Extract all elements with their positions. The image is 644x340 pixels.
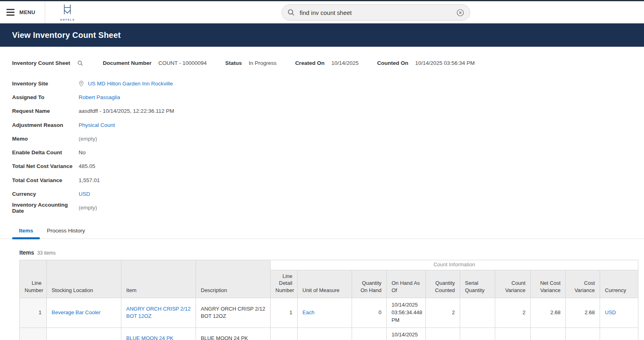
detail-value-link[interactable]: US MD Hilton Garden Inn Rockville: [88, 81, 173, 87]
detail-label: Total Net Cost Variance: [12, 163, 79, 169]
column-header[interactable]: On Hand As Of: [387, 270, 426, 298]
table-cell-link[interactable]: ANGRY ORCH CRISP 2/12 BOT 12OZ: [126, 306, 191, 319]
detail-label: Total Cost Variance: [12, 177, 79, 183]
summary-field-value: COUNT - 10000094: [158, 60, 207, 66]
summary-field-value: In Progress: [249, 60, 277, 66]
detail-label: Request Name: [12, 108, 79, 114]
table-cell-link[interactable]: BLUE MOON 24 PK BOTTLES: [126, 335, 173, 340]
column-header[interactable]: Count Variance: [495, 270, 531, 298]
global-search-bar[interactable]: [281, 4, 470, 21]
summary-field-label: Status: [225, 60, 242, 66]
column-header[interactable]: Quantity On Hand: [352, 270, 387, 298]
detail-value-text: 485.05: [79, 163, 95, 169]
summary-fields: Document NumberCOUNT - 10000094StatusIn …: [103, 60, 493, 66]
column-header[interactable]: Item: [121, 260, 196, 298]
detail-value-text: 1,557.01: [79, 177, 100, 183]
column-header[interactable]: Line Number: [20, 260, 47, 298]
detail-row: Inventory Site US MD Hilton Garden Inn R…: [12, 77, 644, 90]
column-header[interactable]: Currency: [600, 270, 638, 298]
page-title: View Inventory Count Sheet: [0, 31, 121, 40]
close-circle-icon: [456, 9, 464, 17]
column-header[interactable]: Cost Variance: [566, 270, 600, 298]
detail-label: Adjustment Reason: [12, 122, 79, 128]
detail-value-text: (empty): [79, 136, 97, 142]
items-table-body: 1Beverage Bar CoolerANGRY ORCH CRISP 2/1…: [20, 298, 638, 340]
detail-label: Memo: [12, 136, 79, 142]
detail-value-text: (empty): [79, 205, 97, 211]
detail-row: Inventory Accounting Date(empty): [12, 201, 644, 215]
detail-row: Total Cost Variance1,557.01: [12, 173, 644, 187]
map-pin-icon: [79, 81, 84, 87]
table-cell: Beverage Bar Cooler: [47, 328, 121, 340]
related-search-button[interactable]: [77, 60, 83, 66]
detail-label: Currency: [12, 191, 79, 197]
hm-monogram-icon: [61, 4, 73, 18]
detail-value: 485.05: [79, 163, 95, 169]
table-cell-link[interactable]: Beverage Bar Cooler: [52, 309, 100, 315]
detail-value-link[interactable]: Physical Count: [79, 122, 115, 128]
detail-row: Assigned ToRobert Passaglia: [12, 90, 644, 104]
detail-label: Inventory Accounting Date: [12, 202, 79, 214]
table-cell-link[interactable]: USD: [605, 309, 616, 315]
table-row: 2Beverage Bar CoolerBLUE MOON 24 PK BOTT…: [20, 328, 638, 340]
table-cell: 1: [271, 328, 298, 340]
column-header[interactable]: Serial Quantity: [460, 270, 495, 298]
detail-value: Robert Passaglia: [79, 94, 120, 100]
tab-process-history[interactable]: Process History: [40, 224, 92, 238]
summary-field: Created On10/14/2025: [295, 60, 358, 66]
items-table-head: Line NumberStocking LocationItemDescript…: [20, 260, 638, 298]
count-information-group-header: Count Information: [271, 260, 638, 270]
table-cell: 10/14/2025 03:56:34.448 PM: [387, 298, 426, 328]
column-header[interactable]: Quantity Counted: [426, 270, 460, 298]
table-cell: USD: [600, 298, 638, 328]
table-cell: 0: [352, 298, 387, 328]
table-cell: 2: [426, 298, 460, 328]
table-cell: USD: [600, 328, 638, 340]
table-cell: 10/14/2025 03:56:34.448 PM: [387, 328, 426, 340]
search-input[interactable]: [299, 9, 456, 17]
tab-items[interactable]: Items: [12, 224, 40, 238]
column-header[interactable]: Stocking Location: [47, 260, 121, 298]
summary-row: Inventory Count Sheet Document NumberCOU…: [0, 60, 644, 66]
table-cell: ANGRY ORCH CRISP 2/12 BOT 12OZ: [196, 298, 271, 328]
table-cell-link[interactable]: Each: [302, 309, 315, 315]
summary-field-value: 10/14/2025: [331, 60, 359, 66]
items-header: Items 33 items: [19, 249, 644, 256]
table-cell: [460, 298, 495, 328]
search-icon: [77, 60, 83, 66]
items-count: 33 items: [38, 250, 56, 256]
detail-row: Request Nameaasdfdff - 10/14/2025, 12:22…: [12, 104, 644, 118]
hotel-logo[interactable]: HOTELS: [45, 4, 90, 21]
detail-row: CurrencyUSD: [12, 187, 644, 201]
menu-label: MENU: [19, 9, 35, 15]
column-header[interactable]: Line Detail Number: [271, 270, 298, 298]
items-section-title: Items: [19, 249, 34, 256]
clear-search-button[interactable]: [456, 9, 464, 17]
object-label-group: Inventory Count Sheet: [12, 60, 103, 66]
detail-value: (empty): [79, 136, 97, 142]
items-table: Line NumberStocking LocationItemDescript…: [19, 260, 638, 340]
summary-field-label: Counted On: [377, 60, 408, 66]
detail-row: Enable Delta CountNo: [12, 145, 644, 159]
object-label: Inventory Count Sheet: [12, 60, 70, 66]
table-cell: -25: [495, 328, 531, 340]
menu-button[interactable]: MENU: [0, 1, 45, 23]
detail-row: Adjustment ReasonPhysical Count: [12, 118, 644, 132]
detail-label: Assigned To: [12, 94, 79, 100]
column-header[interactable]: Unit of Measure: [298, 270, 352, 298]
table-cell: (30.50): [531, 328, 566, 340]
table-cell: 30.50: [566, 328, 600, 340]
detail-value-link[interactable]: Robert Passaglia: [79, 94, 120, 100]
column-header[interactable]: Net Cost Variance: [531, 270, 566, 298]
detail-value-link[interactable]: USD: [79, 191, 90, 197]
topbar: MENU HOTELS: [0, 1, 644, 23]
table-cell: Each: [298, 298, 352, 328]
column-header[interactable]: Description: [196, 260, 271, 298]
summary-field-label: Document Number: [103, 60, 152, 66]
detail-label: Enable Delta Count: [12, 149, 79, 155]
table-cell: 2.68: [566, 298, 600, 328]
table-cell: 26: [352, 328, 387, 340]
detail-value: USD: [79, 191, 90, 197]
search-icon: [288, 9, 295, 16]
detail-row: Memo(empty): [12, 132, 644, 145]
